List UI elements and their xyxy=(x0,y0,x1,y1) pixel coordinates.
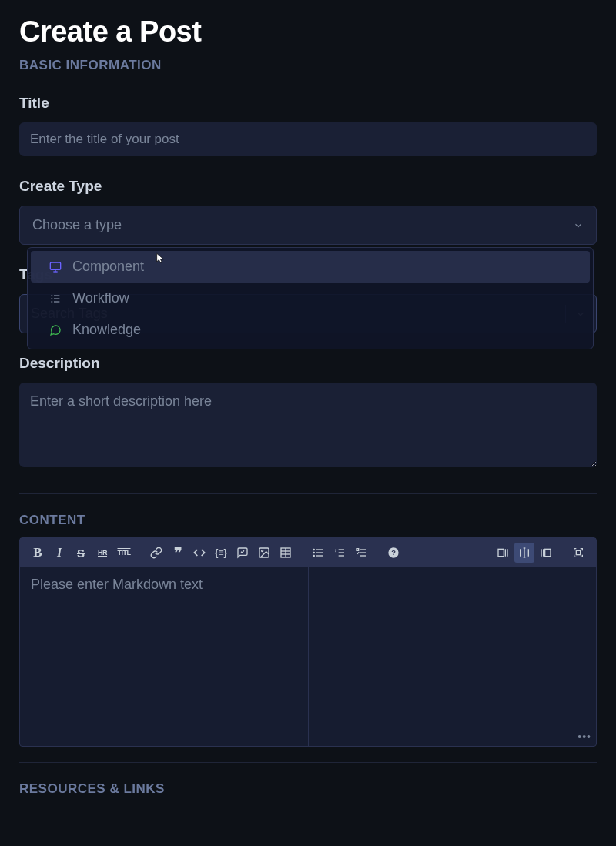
comment-icon xyxy=(236,547,249,559)
editor-placeholder: Please enter Markdown text xyxy=(31,577,297,593)
write-icon xyxy=(497,547,509,559)
help-icon: ? xyxy=(387,547,400,559)
svg-rect-27 xyxy=(357,549,359,551)
resize-handle[interactable]: ••• xyxy=(578,731,591,743)
title-button[interactable]: TITL xyxy=(114,543,134,563)
quote-button[interactable]: ❞ xyxy=(168,543,188,563)
link-icon xyxy=(150,547,162,559)
hr-button[interactable]: HR xyxy=(92,543,112,563)
section-basic-info: BASIC INFORMATION xyxy=(19,58,597,73)
type-option-label: Knowledge xyxy=(72,322,141,338)
svg-point-18 xyxy=(313,549,314,550)
split-icon xyxy=(518,547,531,559)
type-option-label: Workflow xyxy=(72,290,129,306)
type-option-component[interactable]: Component xyxy=(31,251,590,283)
editor-write-pane[interactable]: Please enter Markdown text xyxy=(20,567,309,746)
description-textarea[interactable] xyxy=(19,383,597,467)
table-icon xyxy=(280,547,292,559)
strike-button[interactable]: S xyxy=(71,543,91,563)
svg-rect-30 xyxy=(498,549,504,556)
help-button[interactable]: ? xyxy=(383,543,403,563)
create-type-placeholder: Choose a type xyxy=(32,217,122,233)
divider xyxy=(19,493,597,494)
image-icon xyxy=(258,547,270,559)
description-label: Description xyxy=(19,355,597,372)
link-button[interactable] xyxy=(146,543,166,563)
svg-point-8 xyxy=(52,301,52,302)
chevron-down-icon xyxy=(573,220,584,231)
chat-icon xyxy=(49,324,62,336)
table-button[interactable] xyxy=(276,543,296,563)
svg-point-10 xyxy=(262,550,263,552)
comment-button[interactable] xyxy=(233,543,253,563)
editor-toolbar: B I S HR TITL ❞ {≡} ? xyxy=(20,538,596,567)
preview-icon xyxy=(540,547,552,559)
monitor-icon xyxy=(49,261,62,273)
split-mode-button[interactable] xyxy=(514,543,534,563)
ol-icon xyxy=(333,547,346,559)
fullscreen-icon xyxy=(572,547,584,559)
svg-point-19 xyxy=(313,552,314,553)
task-button[interactable] xyxy=(351,543,371,563)
type-option-label: Component xyxy=(72,259,144,275)
page-title: Create a Post xyxy=(19,15,597,48)
write-mode-button[interactable] xyxy=(493,543,513,563)
svg-text:?: ? xyxy=(391,549,396,557)
svg-point-7 xyxy=(52,298,52,299)
ol-button[interactable] xyxy=(330,543,350,563)
image-button[interactable] xyxy=(254,543,274,563)
title-label: Title xyxy=(19,95,597,112)
svg-rect-0 xyxy=(50,262,60,269)
bold-button[interactable]: B xyxy=(28,543,48,563)
divider xyxy=(19,762,597,763)
code-button[interactable] xyxy=(189,543,209,563)
type-option-workflow[interactable]: Workflow xyxy=(31,283,590,314)
preview-mode-button[interactable] xyxy=(536,543,556,563)
svg-rect-40 xyxy=(545,549,551,556)
fullscreen-button[interactable] xyxy=(568,543,588,563)
create-type-dropdown: Component Workflow Knowledge xyxy=(27,247,594,349)
svg-point-6 xyxy=(52,295,52,296)
type-option-knowledge[interactable]: Knowledge xyxy=(31,314,590,346)
editor-preview-pane xyxy=(309,567,597,746)
svg-point-20 xyxy=(313,555,314,556)
create-type-label: Create Type xyxy=(19,178,597,195)
markdown-editor: B I S HR TITL ❞ {≡} ? Please enter Markd… xyxy=(19,537,597,747)
section-content: CONTENT xyxy=(19,513,597,528)
ul-button[interactable] xyxy=(308,543,328,563)
section-resources: RESOURCES & LINKS xyxy=(19,781,597,797)
create-type-select[interactable]: Choose a type xyxy=(19,206,597,245)
svg-rect-41 xyxy=(576,550,580,554)
code-icon xyxy=(193,547,206,559)
editor-body: Please enter Markdown text ••• xyxy=(20,567,596,746)
task-icon xyxy=(355,547,367,559)
title-input[interactable] xyxy=(19,122,597,156)
list-icon xyxy=(49,293,62,305)
ul-icon xyxy=(312,547,324,559)
italic-button[interactable]: I xyxy=(49,543,69,563)
codeblock-button[interactable]: {≡} xyxy=(211,543,231,563)
